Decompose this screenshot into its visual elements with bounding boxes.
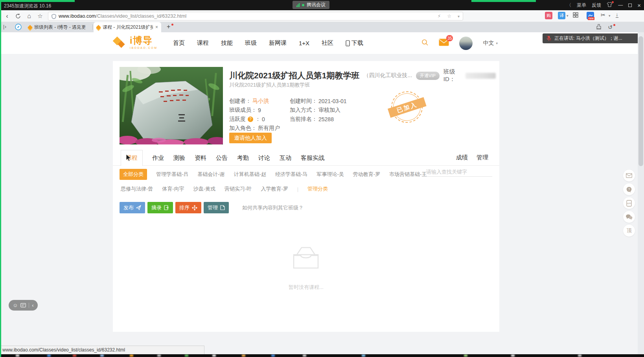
category-all-button[interactable]: 全部分类 [120,169,147,180]
skin-button[interactable] [607,2,613,8]
category-item[interactable]: 入学教育-罗 [261,185,288,192]
joined-stamp: 已加入 [387,87,427,127]
nav-item-download[interactable]: 下载 [346,39,363,47]
language-selector[interactable]: 中文▾ [483,40,498,47]
tab-grades[interactable]: 成绩 [456,154,468,161]
windows-taskbar[interactable] [0,354,644,357]
quick-launch-bolt-icon[interactable]: ⚡ [438,13,441,19]
new-app-ext-icon[interactable]: new [587,12,594,19]
category-item[interactable]: 营销实习-叶 [224,185,252,192]
wechat-button[interactable] [623,211,635,223]
avatar[interactable] [459,37,473,50]
tab-manage[interactable]: 管理 [477,154,488,161]
back-icon[interactable]: ‹ [2,10,12,22]
category-item[interactable]: 基础会计-谢 [197,171,224,178]
back-to-top-button[interactable]: 顶 [623,225,635,237]
tab-materials[interactable]: 资料 [195,150,206,166]
floating-toolbar: ? APP 顶 [623,170,635,237]
url-dropdown-icon[interactable]: ▾ [458,13,460,19]
nav-item-newcourse[interactable]: 新网课 [269,39,287,47]
category-item[interactable]: 管理学基础-吕 [156,171,188,178]
taskbar-icon [100,355,104,357]
tab-class-list[interactable]: 班级列表 - i博导 - 遇见更好的 [25,22,92,32]
tab-course-active[interactable]: 课程 - 川化院2021级扩招人员 × [94,22,161,32]
favorite-star-icon[interactable]: ☆ [447,13,451,19]
shopping-ext-icon[interactable]: 购 [545,12,552,19]
help-button[interactable]: ? [623,183,635,195]
home-icon[interactable]: ⌂ [24,10,34,22]
nav-item-skills[interactable]: 技能 [221,39,233,47]
reload-icon[interactable] [13,10,23,22]
nav-item-1x[interactable]: 1+X [299,40,309,46]
category-item[interactable]: 沙盘-黄戎 [193,185,215,192]
tab-homework[interactable]: 作业 [152,150,164,166]
chat-panel-icon[interactable] [20,303,26,307]
nav-item-classes[interactable]: 班级 [245,39,257,47]
bookmark-star-icon[interactable]: ☆ [35,10,45,22]
smiley-icon[interactable]: ☺ [13,302,18,308]
nav-item-community[interactable]: 社区 [322,39,333,47]
apps-grid-icon[interactable] [572,12,579,20]
download-icon[interactable]: ↓ [616,12,618,18]
status-url-tooltip: www.ibodao.com/Classes/video_list/classe… [0,346,204,354]
share-help-link[interactable]: 如何共享内容到其它班级？ [242,204,304,211]
excerpt-button[interactable]: 摘录 [147,202,173,213]
category-manage-link[interactable]: 管理分类 [307,185,328,192]
category-item[interactable]: 经济学基础-马 [275,171,307,178]
feedback-mail-button[interactable] [623,170,635,181]
nav-item-home[interactable]: 首页 [173,39,185,47]
scrollbar-thumb[interactable] [638,36,643,166]
category-item[interactable]: 军事理论-吴 [316,171,344,178]
search-icon[interactable] [421,39,429,48]
titlebar-back-icon[interactable]: 〈 [567,2,571,9]
sidebar-toggle-icon[interactable]: |› [3,24,7,30]
activity-help-icon[interactable]: ? [248,117,253,122]
app-download-button[interactable]: APP [623,197,635,209]
tab-attendance[interactable]: 考勤 [237,150,249,166]
tab-quiz[interactable]: 测验 [173,150,185,166]
feedback-button[interactable]: 反馈 [592,2,601,9]
translate-caret-icon[interactable]: ▾ [567,14,569,18]
category-item[interactable]: 体育-向宇 [162,185,184,192]
translate-ext-icon[interactable]: 译 [558,12,565,19]
manage-button[interactable]: 管理 [204,202,229,213]
class-card: 川化院2021级扩招人员第1期教学班 （四川化工职业技... 开通VIP 班级I… [113,61,499,332]
meeting-overlay-pill[interactable]: 腾讯会议 [293,1,329,9]
tab-discussion[interactable]: 讨论 [258,150,270,166]
vip-badge[interactable]: 开通VIP [416,72,440,80]
undo-icon[interactable]: ↺ [608,24,613,30]
category-item[interactable]: 市场营销基础-王 [389,171,427,178]
tab-interaction[interactable]: 互动 [280,150,291,166]
minimize-button[interactable]: — [618,2,623,8]
sort-button[interactable]: 排序 [175,202,201,213]
taskbar-icon [157,355,161,357]
info-column-right: 创建时间：2021-03-01 加入方式：审核加入 当前排名：25288 [290,96,347,124]
close-button[interactable]: × [637,2,641,9]
empty-tray-icon [292,245,320,270]
category-item[interactable]: 计算机基础-赵 [234,171,266,178]
publish-button[interactable]: 发布 [120,202,145,213]
invite-button[interactable]: 邀请他人加入 [229,133,272,143]
scissors-caret-icon[interactable]: ▾ [609,14,611,18]
compass-icon[interactable] [15,24,22,32]
collapse-icon[interactable]: ‹ [32,302,33,308]
nav-item-courses[interactable]: 课程 [197,39,209,47]
category-item[interactable]: 思修与法律-曾 [121,185,153,192]
new-tab-icon[interactable]: + [167,23,170,30]
creator-link[interactable]: 马小洪 [252,98,269,105]
browser-toolbar: ‹ ⌂ ☆ www.ibodao.com/Classes/video_list/… [0,10,644,22]
screenshot-scissors-icon[interactable]: ✂ [601,12,605,18]
category-item[interactable]: 劳动教育-罗 [353,171,380,178]
maximize-button[interactable] [628,4,632,7]
clean-brush-icon[interactable] [596,24,602,31]
messages-button[interactable]: 35 [439,39,449,48]
tab-announcements[interactable]: 公告 [216,150,228,166]
close-tab-icon[interactable]: × [155,24,158,30]
menu-button[interactable]: 菜单 [577,2,586,9]
url-bar[interactable]: www.ibodao.com/Classes/video_list/classe… [48,12,463,20]
course-search-input[interactable] [426,169,495,175]
tab-cs-practice[interactable]: 客服实战 [301,150,324,166]
site-logo[interactable]: i博导 IBODAO.COM [113,35,158,50]
tab-courses[interactable]: 课程 [121,150,143,166]
chat-widget[interactable]: ☺ ‹ [9,300,38,311]
